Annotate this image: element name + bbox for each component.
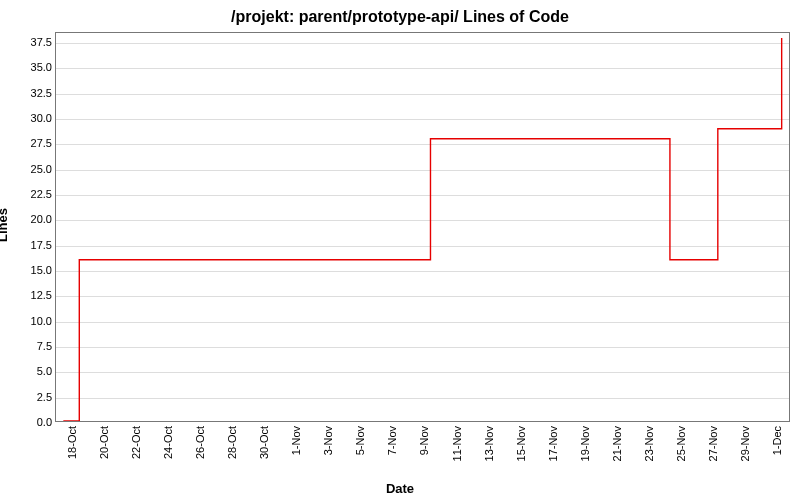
x-tick-label: 21-Nov bbox=[611, 426, 623, 461]
x-tick-label: 5-Nov bbox=[354, 426, 366, 455]
y-tick-label: 30.0 bbox=[12, 112, 52, 124]
y-tick-label: 12.5 bbox=[12, 289, 52, 301]
x-tick-label: 22-Oct bbox=[130, 426, 142, 459]
y-tick-label: 0.0 bbox=[12, 416, 52, 428]
x-tick-label: 1-Dec bbox=[771, 426, 783, 455]
x-axis-label: Date bbox=[0, 481, 800, 496]
x-tick-label: 26-Oct bbox=[194, 426, 206, 459]
x-tick-label: 7-Nov bbox=[386, 426, 398, 455]
x-tick-label: 19-Nov bbox=[579, 426, 591, 461]
y-tick-label: 20.0 bbox=[12, 213, 52, 225]
x-tick-label: 18-Oct bbox=[66, 426, 78, 459]
x-tick-label: 13-Nov bbox=[483, 426, 495, 461]
x-tick-label: 29-Nov bbox=[739, 426, 751, 461]
x-tick-label: 30-Oct bbox=[258, 426, 270, 459]
x-tick-label: 27-Nov bbox=[707, 426, 719, 461]
x-tick-label: 20-Oct bbox=[98, 426, 110, 459]
y-tick-label: 2.5 bbox=[12, 391, 52, 403]
y-tick-label: 17.5 bbox=[12, 239, 52, 251]
x-tick-label: 24-Oct bbox=[162, 426, 174, 459]
y-tick-label: 5.0 bbox=[12, 365, 52, 377]
x-tick-label: 25-Nov bbox=[675, 426, 687, 461]
x-tick-label: 3-Nov bbox=[322, 426, 334, 455]
y-tick-label: 27.5 bbox=[12, 137, 52, 149]
chart-title: /projekt: parent/prototype-api/ Lines of… bbox=[0, 8, 800, 26]
y-tick-label: 15.0 bbox=[12, 264, 52, 276]
x-tick-label: 17-Nov bbox=[547, 426, 559, 461]
x-tick-label: 23-Nov bbox=[643, 426, 655, 461]
y-tick-label: 37.5 bbox=[12, 36, 52, 48]
y-tick-label: 25.0 bbox=[12, 163, 52, 175]
y-tick-label: 35.0 bbox=[12, 61, 52, 73]
y-tick-label: 32.5 bbox=[12, 87, 52, 99]
y-tick-label: 22.5 bbox=[12, 188, 52, 200]
y-axis-label: Lines bbox=[0, 208, 10, 242]
x-tick-label: 11-Nov bbox=[451, 426, 463, 461]
y-tick-label: 10.0 bbox=[12, 315, 52, 327]
x-tick-label: 9-Nov bbox=[418, 426, 430, 455]
y-tick-label: 7.5 bbox=[12, 340, 52, 352]
series-line bbox=[63, 38, 781, 421]
x-tick-label: 1-Nov bbox=[290, 426, 302, 455]
line-series bbox=[56, 33, 789, 421]
x-tick-label: 28-Oct bbox=[226, 426, 238, 459]
x-tick-label: 15-Nov bbox=[515, 426, 527, 461]
plot-area bbox=[55, 32, 790, 422]
